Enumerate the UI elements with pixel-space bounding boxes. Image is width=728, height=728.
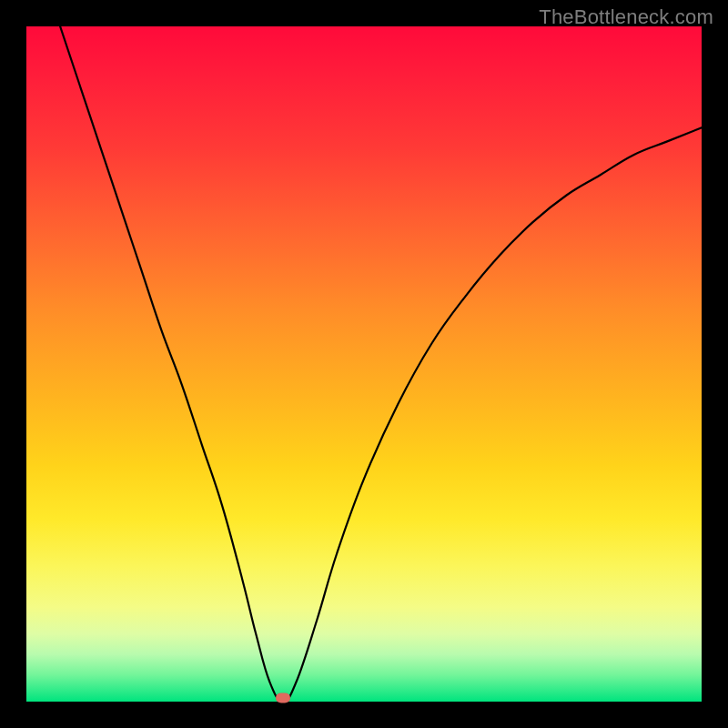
plot-area (26, 26, 702, 702)
chart-frame: TheBottleneck.com (0, 0, 728, 728)
watermark-text: TheBottleneck.com (539, 5, 713, 29)
bottleneck-curve (26, 26, 702, 702)
minimum-marker (276, 693, 290, 703)
